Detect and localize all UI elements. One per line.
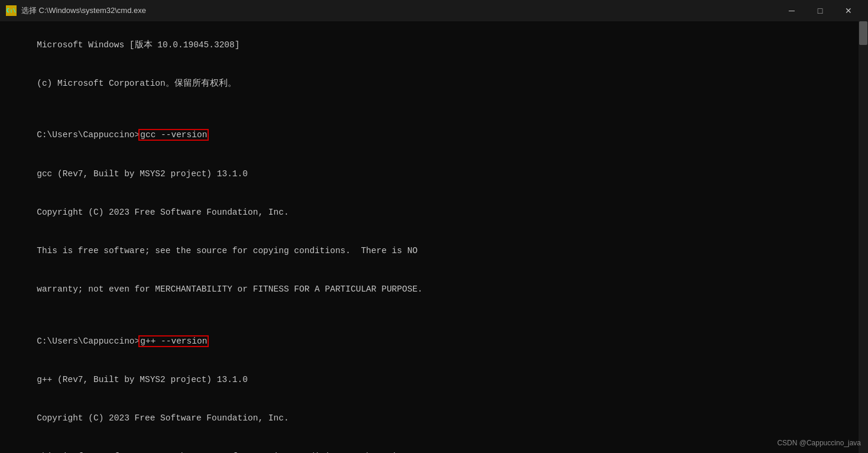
- watermark: CSDN @Cappuccino_java: [777, 438, 861, 448]
- cmd-icon: C:\: [6, 5, 17, 16]
- line-gcc-license1: This is free software; see the source fo…: [6, 232, 862, 270]
- window-title: 选择 C:\Windows\system32\cmd.exe: [21, 5, 146, 16]
- prompt-gpp: C:\Users\Cappuccino>: [37, 336, 140, 346]
- maximize-button[interactable]: □: [807, 4, 834, 18]
- line-windows-version: Microsoft Windows [版本 10.0.19045.3208]: [6, 26, 862, 64]
- gcc-command: gcc --version: [140, 130, 208, 140]
- line-gcc-1: gcc (Rev7, Built by MSYS2 project) 13.1.…: [6, 155, 862, 193]
- line-gpp-1: g++ (Rev7, Built by MSYS2 project) 13.1.…: [6, 361, 862, 399]
- scrollbar-thumb[interactable]: [859, 21, 867, 45]
- window-controls: ─ □ ✕: [778, 4, 862, 18]
- line-gpp-copyright: Copyright (C) 2023 Free Software Foundat…: [6, 399, 862, 438]
- gpp-command: g++ --version: [140, 336, 208, 346]
- minimize-button[interactable]: ─: [778, 4, 805, 18]
- line-gpp-prompt: C:\Users\Cappuccino>g++ --version: [6, 322, 862, 361]
- line-gcc-prompt: C:\Users\Cappuccino>gcc --version: [6, 117, 862, 155]
- terminal-body[interactable]: Microsoft Windows [版本 10.0.19045.3208] (…: [0, 21, 868, 453]
- scrollbar[interactable]: [859, 21, 868, 453]
- line-gcc-copyright: Copyright (C) 2023 Free Software Foundat…: [6, 193, 862, 232]
- title-bar-left: C:\ 选择 C:\Windows\system32\cmd.exe: [6, 5, 146, 16]
- prompt-gcc: C:\Users\Cappuccino>: [37, 130, 140, 140]
- line-empty-1: [6, 103, 862, 117]
- line-empty-2: [6, 309, 862, 322]
- close-button[interactable]: ✕: [835, 4, 862, 18]
- line-gcc-license2: warranty; not even for MERCHANTABILITY o…: [6, 271, 862, 309]
- line-copyright-ms: (c) Microsoft Corporation。保留所有权利。: [6, 64, 862, 103]
- line-gpp-license1: This is free software; see the source fo…: [6, 438, 862, 454]
- title-bar: C:\ 选择 C:\Windows\system32\cmd.exe ─ □ ✕: [0, 0, 868, 21]
- cmd-window: C:\ 选择 C:\Windows\system32\cmd.exe ─ □ ✕…: [0, 0, 868, 453]
